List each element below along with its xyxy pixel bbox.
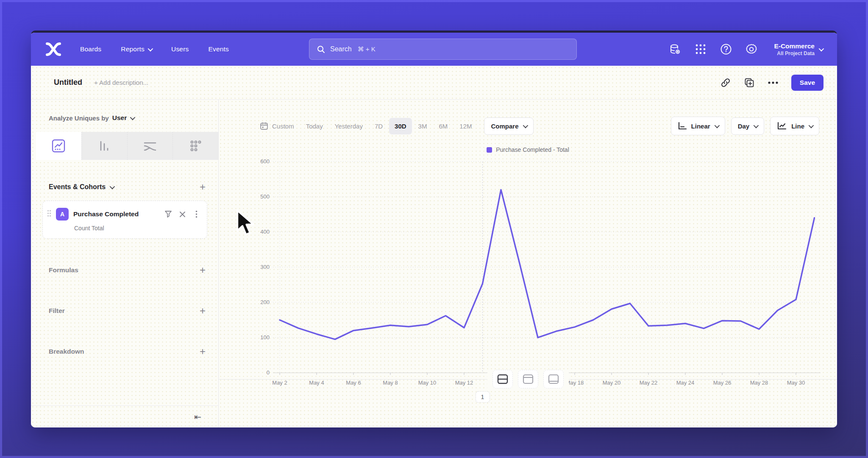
range-6m-button[interactable]: 6M [433, 118, 453, 134]
app-header: Boards Reports Users Events Search ⌘ + K [31, 33, 837, 66]
event-card-purchase-completed[interactable]: A Purchase Completed Count Total [42, 201, 207, 239]
app-body: Analyze Uniques by User [31, 100, 837, 427]
chevron-down-icon [714, 123, 720, 128]
add-description-placeholder[interactable]: + Add description... [94, 79, 148, 86]
legend-swatch [487, 147, 492, 153]
report-title[interactable]: Untitled [54, 78, 82, 87]
tab-flows[interactable] [127, 132, 173, 160]
settings-gear-icon[interactable] [745, 43, 758, 56]
series-line[interactable] [280, 190, 815, 339]
tab-insights-line[interactable] [36, 132, 81, 160]
line-chart-svg[interactable]: 01002003004005006001May 2May 4May 6May 8… [248, 156, 829, 407]
save-button[interactable]: Save [791, 75, 823, 91]
analyze-uniques-selector[interactable]: Analyze Uniques by User [49, 114, 218, 122]
linear-axis-icon [678, 122, 687, 130]
range-12m-button[interactable]: 12M [454, 118, 477, 134]
layout-toggle-row [219, 370, 837, 388]
y-axis-label: 300 [260, 264, 270, 270]
collapse-sidebar-icon[interactable]: ⇤ [194, 412, 201, 422]
kebab-menu-icon[interactable] [192, 209, 201, 219]
add-breakdown-button[interactable]: + [200, 346, 206, 357]
formulas-row: Formulas + [49, 265, 206, 275]
event-count-type[interactable]: Count Total [74, 225, 201, 232]
toolbar-actions: Save [720, 75, 823, 91]
range-today-button[interactable]: Today [300, 118, 328, 134]
range-30d-button[interactable]: 30D [389, 118, 412, 134]
insights-line-icon [51, 139, 66, 153]
header-actions: E-Commerce All Project Data [669, 42, 823, 56]
chart-type-selector-button[interactable]: Line [770, 117, 819, 135]
tab-bar-chart[interactable] [81, 132, 127, 160]
duplicate-icon[interactable] [744, 77, 755, 88]
project-name: E-Commerce [774, 42, 815, 50]
calendar-icon [260, 122, 268, 130]
chart-main-area: Custom Today Yesterday 7D 30D 3M 6M 12M … [219, 100, 837, 427]
range-yesterday-button[interactable]: Yesterday [329, 118, 368, 134]
y-axis-label: 100 [260, 334, 270, 341]
y-axis-label: 500 [260, 193, 270, 200]
filter-row: Filter + [49, 306, 206, 316]
chart-controls-row: Custom Today Yesterday 7D 30D 3M 6M 12M … [254, 117, 819, 135]
legend-label: Purchase Completed - Total [496, 146, 569, 153]
data-management-icon[interactable] [669, 43, 682, 56]
search-input[interactable]: Search ⌘ + K [309, 39, 577, 60]
chevron-down-icon [819, 46, 824, 51]
date-range-group: Custom Today Yesterday 7D 30D 3M 6M 12M … [254, 117, 534, 135]
add-filter-button[interactable]: + [200, 306, 206, 316]
y-axis-label: 400 [260, 229, 270, 235]
analyze-label: Analyze Uniques by [49, 114, 109, 122]
y-axis-label: 200 [260, 299, 270, 305]
range-custom-button[interactable]: Custom [254, 117, 300, 135]
filter-funnel-icon[interactable] [164, 209, 173, 219]
layout-split-button[interactable] [492, 370, 513, 388]
compare-button[interactable]: Compare [484, 117, 533, 135]
formulas-label: Formulas [49, 266, 78, 274]
nav-users[interactable]: Users [171, 45, 189, 53]
scale-selector-button[interactable]: Linear [671, 117, 725, 135]
apps-grid-icon[interactable] [694, 43, 707, 56]
nav-events[interactable]: Events [208, 45, 229, 53]
filter-label: Filter [49, 307, 65, 315]
layout-top-button[interactable] [518, 370, 538, 388]
main-nav: Boards Reports Users Events [80, 45, 229, 53]
breakdown-row: Breakdown + [49, 346, 206, 357]
layout-bottom-button[interactable] [543, 370, 564, 388]
line-chart-icon [777, 122, 787, 130]
event-letter-badge: A [56, 208, 69, 221]
event-name: Purchase Completed [73, 210, 139, 218]
interval-selector-button[interactable]: Day [731, 117, 765, 135]
chevron-down-icon [809, 123, 814, 128]
bar-chart-icon [97, 139, 111, 153]
report-toolbar: Untitled + Add description... Save [31, 66, 837, 100]
screenshot-root: { "header": { "nav": ["Boards", "Reports… [0, 0, 868, 458]
chart-legend: Purchase Completed - Total [219, 146, 837, 153]
search-shortcut: ⌘ + K [358, 45, 376, 53]
more-ellipsis-icon[interactable] [768, 77, 779, 88]
layout-bottom-icon [548, 374, 559, 384]
chevron-down-icon [110, 184, 115, 189]
add-event-button[interactable]: + [200, 182, 206, 192]
app-window: Boards Reports Users Events Search ⌘ + K [31, 31, 837, 427]
project-subtitle: All Project Data [774, 50, 815, 56]
query-sidebar: Analyze Uniques by User [31, 100, 219, 427]
copy-link-icon[interactable] [720, 77, 731, 88]
tab-funnel-dots[interactable] [172, 132, 218, 160]
analyze-value: User [112, 114, 127, 122]
events-cohorts-title[interactable]: Events & Cohorts [49, 183, 114, 191]
search-placeholder: Search [330, 45, 352, 53]
chevron-down-icon [523, 123, 528, 128]
sidebar-footer: ⇤ [31, 405, 218, 427]
chart-type-tabstrip [36, 132, 218, 160]
nav-reports[interactable]: Reports [121, 45, 152, 53]
range-3m-button[interactable]: 3M [413, 118, 433, 134]
nav-boards[interactable]: Boards [80, 45, 101, 53]
help-icon[interactable] [720, 43, 732, 56]
range-7d-button[interactable]: 7D [369, 118, 388, 134]
layout-top-icon [523, 374, 534, 384]
remove-event-icon[interactable] [178, 209, 187, 219]
drag-handle-icon[interactable] [47, 210, 51, 218]
display-controls-group: Linear Day Line [671, 117, 819, 135]
add-formula-button[interactable]: + [200, 265, 206, 275]
mixpanel-logo-icon[interactable] [44, 41, 63, 58]
project-selector[interactable]: E-Commerce All Project Data [774, 42, 823, 56]
